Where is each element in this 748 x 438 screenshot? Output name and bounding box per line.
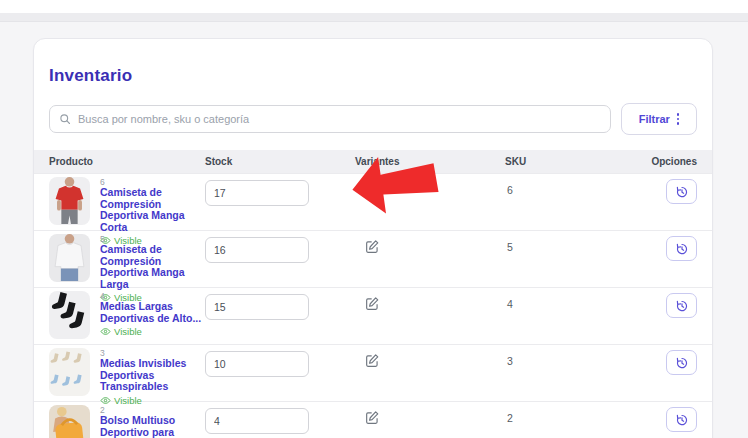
search-box[interactable] [49,105,611,133]
product-image-black-long-socks [49,291,90,339]
product-cell: 4 Medias Largas Deportivas de Alto... Vi… [49,288,205,344]
pencil-square-icon [365,353,380,368]
product-image-red-compression-shirt [49,177,90,225]
edit-variants-button[interactable] [365,239,380,254]
top-white-band [0,0,748,13]
product-image-sport-gym-bag [49,405,90,438]
stock-input[interactable] [205,351,309,377]
visibility-label: Visible [114,326,142,337]
column-header-producto: Producto [49,156,205,167]
product-name-link[interactable]: Bolso Multiuso Deportivo para Gimnasio y… [100,415,205,438]
sku-value: 3 [505,345,641,406]
sku-value: 4 [505,288,641,344]
column-header-opciones: Opciones [651,156,697,167]
search-input[interactable] [78,113,601,125]
stock-input[interactable] [205,408,309,434]
pencil-square-icon [365,410,380,425]
edit-variants-button[interactable] [365,182,380,197]
history-icon [675,413,689,427]
history-icon [675,185,689,199]
history-button[interactable] [666,350,697,375]
table-row: 3 Medias Invisibles Deportivas Transpira… [34,344,712,401]
table-row: 5 Camiseta de Compresión Deportiva Manga… [34,230,712,287]
sku-value: 2 [505,402,641,438]
history-icon [675,242,689,256]
visibility-badge: Visible [100,326,205,337]
history-button[interactable] [666,236,697,261]
eye-icon [100,326,111,337]
history-icon [675,356,689,370]
history-icon [675,299,689,313]
table-row: 4 Medias Largas Deportivas de Alto... Vi… [34,287,712,344]
product-cell: 2 Bolso Multiuso Deportivo para Gimnasio… [49,402,205,438]
page-title: Inventario [49,66,697,86]
table-row: 2 Bolso Multiuso Deportivo para Gimnasio… [34,401,712,438]
pencil-square-icon [365,239,380,254]
history-button[interactable] [666,293,697,318]
product-image-white-compression-shirt [49,234,90,282]
product-image-invisible-socks [49,348,90,396]
product-cell: 3 Medias Invisibles Deportivas Transpira… [49,345,205,406]
edit-variants-button[interactable] [365,410,380,425]
table-header-row: Producto Stock Variantes SKU Opciones [34,150,712,173]
column-header-variantes: Variantes [355,156,505,167]
column-header-sku: SKU [505,156,641,167]
table-row: 6 Camiseta de Compresión Deportiva Manga… [34,173,712,230]
history-button[interactable] [666,179,697,204]
product-name-link[interactable]: Medias Invisibles Deportivas Transpirabl… [100,358,205,393]
search-icon [59,113,71,125]
edit-variants-button[interactable] [365,296,380,311]
pencil-square-icon [365,182,380,197]
stock-input[interactable] [205,180,309,206]
column-header-stock: Stock [205,156,355,167]
history-button[interactable] [666,407,697,432]
product-name-link[interactable]: Camiseta de Compresión Deportiva Manga L… [100,244,205,290]
product-name-link[interactable]: Medias Largas Deportivas de Alto... [100,301,205,324]
filter-button-label: Filtrar [639,113,670,125]
edit-variants-button[interactable] [365,353,380,368]
pencil-square-icon [365,296,380,311]
page-background-strip [0,13,748,22]
inventory-card: Inventario Filtrar Producto Stock Varian… [33,38,713,438]
kebab-menu-icon [677,113,679,124]
toolbar: Filtrar [49,103,697,135]
product-name-link[interactable]: Camiseta de Compresión Deportiva Manga C… [100,187,205,233]
stock-input[interactable] [205,294,309,320]
stock-input[interactable] [205,237,309,263]
filter-button[interactable]: Filtrar [621,103,697,135]
